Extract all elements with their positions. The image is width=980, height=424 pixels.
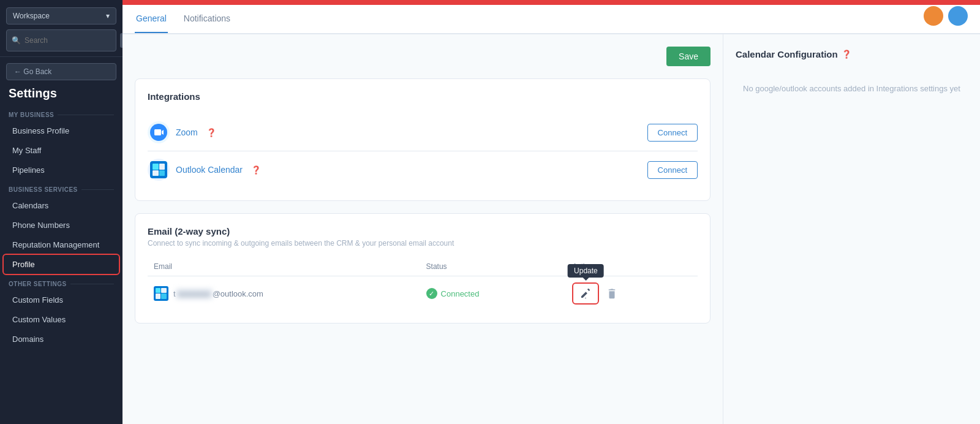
workspace-dropdown-label: Workspace	[13, 12, 50, 20]
outlook-calendar-name: Outlook Calendar	[176, 165, 243, 175]
update-tooltip: Update	[568, 264, 604, 278]
integration-row-zoom: Zoom ❓ Connect	[148, 114, 698, 151]
svg-rect-9	[156, 293, 160, 299]
integration-left-outlook: Outlook Calendar ❓	[148, 159, 261, 181]
col-header-status: Status	[420, 257, 567, 276]
action-cell-wrapper: Update	[572, 282, 692, 305]
calendar-help-icon[interactable]: ❓	[842, 50, 851, 59]
save-btn-row: Save	[135, 47, 710, 66]
integrations-title: Integrations	[148, 91, 698, 102]
svg-rect-5	[159, 170, 165, 176]
outlook-connect-button[interactable]: Connect	[647, 161, 698, 179]
svg-rect-10	[161, 293, 167, 299]
integrations-card: Integrations Zoom ❓	[135, 78, 710, 201]
edit-icon	[579, 287, 592, 300]
avatar-blue	[948, 6, 968, 26]
sidebar: Workspace ▾ 🔍 ctrl K ⊕ ← Go Back Setting…	[0, 0, 123, 424]
avatar-area	[924, 6, 968, 26]
search-bar: 🔍 ctrl K ⊕	[6, 29, 116, 51]
top-bar	[123, 0, 980, 5]
svg-rect-4	[153, 170, 159, 176]
section-label-other-settings: OTHER SETTINGS	[0, 274, 123, 290]
header-area: General Notifications	[123, 0, 980, 34]
outlook-calendar-icon	[148, 159, 170, 181]
go-back-button[interactable]: ← Go Back	[6, 63, 116, 80]
email-sync-title: Email (2-way sync)	[148, 226, 698, 237]
svg-rect-8	[161, 288, 167, 293]
sidebar-top: Workspace ▾ 🔍 ctrl K ⊕	[0, 0, 123, 57]
sidebar-nav: MY BUSINESS Business Profile My Staff Pi…	[0, 105, 123, 424]
svg-rect-3	[159, 164, 165, 170]
email-table: Email Status Action	[148, 257, 698, 311]
status-check-icon: ✓	[426, 288, 437, 299]
status-text: Connected	[441, 289, 480, 298]
sidebar-item-calendars[interactable]: Calendars	[4, 196, 119, 215]
email-blurred-part: xxxxxxxx	[176, 289, 213, 299]
tab-notifications[interactable]: Notifications	[183, 5, 232, 33]
sidebar-item-my-staff[interactable]: My Staff	[4, 141, 119, 160]
svg-rect-7	[156, 288, 160, 293]
email-cell: txxxxxxxx@outlook.com	[148, 276, 420, 311]
sidebar-item-domains[interactable]: Domains	[4, 330, 119, 349]
main-wrapper: General Notifications Save Integrations	[123, 0, 980, 424]
table-row: txxxxxxxx@outlook.com ✓ Connected	[148, 276, 698, 311]
sidebar-item-reputation-management[interactable]: Reputation Management	[4, 235, 119, 254]
section-label-my-business: MY BUSINESS	[0, 105, 123, 121]
section-label-business-services: BUSINESS SERVICES	[0, 180, 123, 195]
search-icon: 🔍	[12, 36, 21, 45]
outlook-help-icon[interactable]: ❓	[251, 165, 261, 175]
svg-rect-2	[153, 164, 159, 170]
email-outlook-icon	[154, 286, 168, 301]
action-cell: Update	[566, 276, 698, 311]
save-button[interactable]: Save	[666, 47, 710, 66]
no-accounts-message: No google/outlook accounts added in Inte…	[736, 84, 968, 93]
trash-icon	[606, 288, 617, 299]
sidebar-item-custom-fields[interactable]: Custom Fields	[4, 290, 119, 309]
update-button[interactable]	[578, 286, 593, 301]
workspace-dropdown[interactable]: Workspace ▾	[6, 7, 116, 25]
email-sync-card: Email (2-way sync) Connect to sync incom…	[135, 213, 710, 324]
integration-row-outlook: Outlook Calendar ❓ Connect	[148, 151, 698, 188]
tab-general[interactable]: General	[135, 5, 168, 33]
chevron-down-icon: ▾	[106, 12, 110, 20]
content-area: Save Integrations Zoo	[123, 34, 723, 424]
tabs-bar: General Notifications	[123, 5, 980, 34]
integration-left-zoom: Zoom ❓	[148, 121, 216, 143]
delete-button[interactable]	[605, 287, 619, 300]
zoom-help-icon[interactable]: ❓	[206, 128, 216, 137]
zoom-connect-button[interactable]: Connect	[647, 124, 698, 142]
email-sync-description: Connect to sync incoming & outgoing emai…	[148, 239, 698, 248]
email-address: txxxxxxxx@outlook.com	[173, 289, 263, 299]
sidebar-item-profile[interactable]: Profile	[4, 255, 119, 274]
svg-rect-1	[150, 161, 167, 178]
action-highlight-box: Update	[572, 282, 599, 305]
col-header-email: Email	[148, 257, 420, 276]
sidebar-item-pipelines[interactable]: Pipelines	[4, 161, 119, 180]
right-panel: Calendar Configuration ❓ No google/outlo…	[723, 34, 980, 424]
calendar-config-title: Calendar Configuration ❓	[736, 49, 968, 59]
content-row: Save Integrations Zoo	[123, 34, 980, 424]
avatar-orange	[924, 6, 943, 26]
sidebar-item-phone-numbers[interactable]: Phone Numbers	[4, 216, 119, 235]
sidebar-item-business-profile[interactable]: Business Profile	[4, 121, 119, 140]
search-input[interactable]	[24, 36, 116, 45]
status-cell: ✓ Connected	[420, 276, 567, 311]
settings-title: Settings	[0, 86, 123, 105]
zoom-name: Zoom	[176, 127, 198, 137]
sidebar-item-custom-values[interactable]: Custom Values	[4, 310, 119, 329]
zoom-icon	[148, 121, 170, 143]
